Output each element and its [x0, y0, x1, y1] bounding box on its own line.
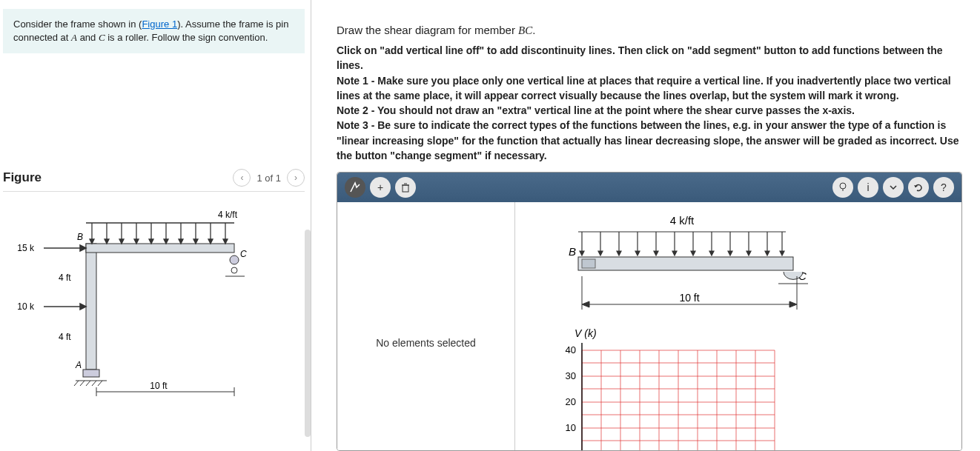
figure-title: Figure	[3, 170, 42, 185]
graph-panel[interactable]: 4 k/ft B C	[515, 202, 961, 451]
intro-text: Consider the frame shown in (	[13, 19, 142, 30]
svg-marker-87	[789, 301, 797, 307]
svg-marker-27	[80, 304, 86, 310]
svg-line-37	[98, 381, 102, 386]
svg-text:C: C	[240, 249, 247, 259]
svg-rect-80	[578, 257, 793, 270]
svg-marker-14	[164, 239, 168, 244]
svg-marker-66	[672, 251, 677, 255]
svg-rect-1	[86, 244, 234, 253]
svg-marker-62	[635, 251, 640, 255]
dropdown-button[interactable]	[883, 177, 904, 198]
svg-rect-0	[86, 244, 96, 370]
svg-text:15 k: 15 k	[17, 243, 35, 253]
svg-marker-60	[617, 251, 621, 255]
right-column: Draw the shear diagram for member BC. Cl…	[311, 0, 980, 451]
svg-marker-24	[80, 245, 86, 251]
svg-marker-4	[90, 239, 94, 244]
svg-marker-10	[134, 239, 139, 244]
svg-line-36	[92, 381, 96, 386]
svg-text:0: 0	[571, 448, 576, 451]
editor: + i ? No elements sel	[337, 172, 962, 451]
label-A: A	[71, 32, 77, 43]
delete-button[interactable]	[395, 177, 416, 198]
svg-marker-58	[598, 251, 603, 255]
svg-line-33	[74, 381, 79, 386]
svg-point-51	[840, 183, 846, 189]
svg-text:4 ft: 4 ft	[59, 332, 71, 342]
svg-marker-8	[119, 239, 124, 244]
svg-rect-81	[582, 259, 595, 268]
svg-rect-31	[83, 370, 99, 377]
svg-marker-22	[223, 239, 228, 244]
svg-point-39	[230, 255, 239, 264]
figure-counter: 1 of 1	[256, 173, 281, 184]
chevron-down-icon	[890, 184, 897, 191]
hint-button[interactable]	[832, 177, 853, 198]
svg-rect-48	[403, 185, 408, 192]
load-label: 4 k/ft	[218, 210, 238, 220]
scrollbar[interactable]	[305, 230, 311, 437]
editor-toolbar: + i ?	[337, 173, 961, 202]
svg-text:20: 20	[566, 396, 576, 407]
figure-link[interactable]: Figure 1	[142, 19, 177, 30]
svg-marker-76	[765, 251, 769, 255]
svg-marker-72	[728, 251, 732, 255]
svg-text:10 ft: 10 ft	[679, 292, 699, 304]
svg-text:10 ft: 10 ft	[150, 381, 168, 391]
svg-text:B: B	[569, 245, 576, 258]
svg-marker-74	[746, 251, 751, 255]
figure-canvas: 4 k/ft 15 k 10 k 4 ft 4 ft	[3, 207, 305, 451]
next-figure-button[interactable]: ›	[287, 169, 305, 187]
svg-text:10 k: 10 k	[17, 301, 35, 312]
svg-text:B: B	[77, 232, 83, 242]
prompt-line: Draw the shear diagram for member BC.	[337, 24, 962, 37]
selection-panel: No elements selected	[337, 202, 515, 451]
svg-marker-70	[709, 251, 714, 255]
left-column: Consider the frame shown in (Figure 1). …	[0, 0, 311, 451]
help-button[interactable]: ?	[933, 177, 954, 198]
svg-text:4 k/ft: 4 k/ft	[670, 214, 695, 227]
prev-figure-button[interactable]: ‹	[233, 169, 251, 187]
svg-point-40	[231, 267, 237, 273]
svg-marker-64	[654, 251, 658, 255]
instructions: Click on "add vertical line off" to add …	[337, 43, 962, 163]
svg-marker-86	[582, 301, 589, 307]
add-segment-button[interactable]: +	[370, 177, 391, 198]
problem-intro: Consider the frame shown in (Figure 1). …	[3, 9, 305, 53]
svg-marker-16	[179, 239, 183, 244]
reset-button[interactable]	[908, 177, 929, 198]
svg-marker-6	[105, 239, 109, 244]
svg-marker-12	[149, 239, 153, 244]
svg-text:V (k): V (k)	[575, 327, 597, 339]
svg-line-35	[86, 381, 90, 386]
svg-text:A: A	[75, 360, 82, 370]
svg-marker-20	[208, 239, 213, 244]
info-button[interactable]: i	[858, 177, 878, 198]
svg-marker-56	[580, 251, 584, 255]
svg-text:40: 40	[566, 344, 576, 355]
svg-text:30: 30	[566, 370, 576, 381]
no-selection-text: No elements selected	[376, 337, 476, 349]
figure-header: Figure ‹ 1 of 1 ›	[3, 164, 305, 192]
svg-line-34	[80, 381, 85, 386]
svg-marker-18	[193, 239, 198, 244]
label-C: C	[99, 32, 105, 43]
figure-nav: ‹ 1 of 1 ›	[233, 169, 305, 187]
frame-diagram: 4 k/ft 15 k 10 k 4 ft 4 ft	[3, 207, 277, 399]
svg-text:10: 10	[566, 422, 576, 433]
svg-marker-68	[691, 251, 695, 255]
svg-text:4 ft: 4 ft	[59, 273, 71, 283]
add-vertical-line-button[interactable]	[345, 177, 365, 198]
svg-marker-78	[780, 251, 784, 255]
